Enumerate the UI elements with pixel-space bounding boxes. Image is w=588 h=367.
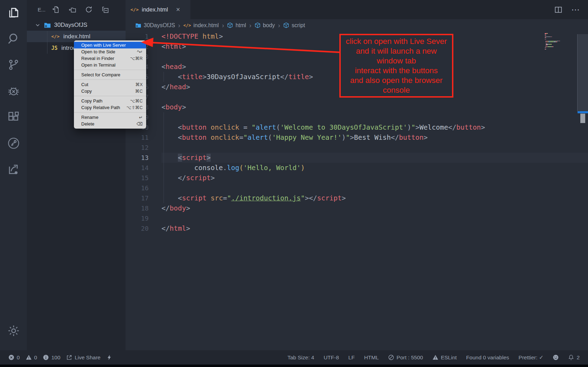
code-text: <title>30DaysOfJavaScript</title> [161,73,313,81]
code-line-13: 13 <script> [126,153,588,163]
menu-item-cut[interactable]: Cut⌘X [74,81,146,88]
js-file-icon: JS [51,45,58,51]
cube-icon [227,22,233,28]
status-label: Live Share [75,354,100,361]
menu-item-rename[interactable]: Rename↵ [74,114,146,121]
status-label: LF [348,354,355,361]
status-eslint[interactable]: ESLint [432,354,457,361]
close-icon[interactable]: × [176,6,180,14]
code-line-15: 15 </script> [126,173,588,183]
folder-icon [135,22,141,28]
menu-item-label: Open in Terminal [81,62,115,68]
activity-settings[interactable] [6,323,21,338]
status-live-reload[interactable] [106,354,112,360]
status-found-variables[interactable]: Found 0 variables [466,354,509,361]
code-text: <script> [161,154,211,162]
code-line-19: 19 [126,213,588,223]
menu-item-copy-path[interactable]: Copy Path⌥⌘C [74,98,146,104]
chevron-right-icon: › [249,22,251,29]
menu-item-reveal-in-finder[interactable]: Reveal in Finder⌥⌘R [74,55,146,62]
menu-item-label: Cut [81,82,88,87]
activity-explorer[interactable] [6,5,21,20]
live-share-icon [7,137,20,150]
code-text: </script> [161,174,215,182]
activity-bar-bottom [6,323,21,349]
menu-item-label: Open with Live Server [81,43,126,48]
menu-item-open-in-terminal[interactable]: Open in Terminal [74,62,146,68]
code-line-11: 11 <button onclick="alert('Happy New Yea… [126,132,588,143]
status-notifications[interactable]: 2 [568,354,580,361]
more-actions-icon[interactable]: ⋯ [571,5,580,15]
activity-bar-items [6,5,21,188]
breadcrumb-html[interactable]: html [227,22,246,29]
breadcrumb-script[interactable]: script [283,22,305,29]
code-line-16: 16 [126,183,588,193]
activity-share[interactable] [6,162,21,177]
status-tab-size[interactable]: Tab Size: 4 [287,354,314,361]
annotation-line: interact with the buttons [355,66,438,76]
activity-run-debug[interactable] [6,83,21,99]
chevron-right-icon: › [178,22,180,29]
status-prettier[interactable]: Prettier: ✓ [519,354,544,361]
indent-guide [164,112,164,203]
code-line-12: 12 [126,143,588,153]
tree-folder-30DaysOfJS[interactable]: 30DaysOfJS [27,19,126,31]
status-label: Found 0 variables [466,354,509,361]
menu-item-select-for-compare[interactable]: Select for Compare [74,71,146,78]
cube-icon [283,22,289,28]
menu-item-shortcut: ⌥⇧⌘C [127,105,143,110]
scrollbar-thumb[interactable] [580,114,585,123]
status-errors[interactable]: 0 [8,354,20,361]
activity-search[interactable] [6,31,21,46]
annotation-box: click on open with Live Severand it will… [339,34,453,98]
breadcrumb-body[interactable]: body [255,22,275,29]
tab-index-html[interactable]: </> index.html × [126,0,190,19]
minimap[interactable] [545,33,575,50]
smiley-icon [553,354,559,360]
lightning-icon [106,354,112,360]
chevron-right-icon: › [278,22,280,29]
activity-live-share[interactable] [6,136,21,151]
explorer-title: E... [38,7,46,13]
line-number: 15 [126,174,149,182]
search-icon [7,32,20,45]
tree-item-label: 30DaysOfJS [54,22,87,29]
status-language-mode[interactable]: HTML [364,354,379,361]
breadcrumb-index.html[interactable]: </>index.html [183,22,219,29]
breadcrumb-30DaysOfJS[interactable]: 30DaysOfJS [135,22,175,29]
extensions-icon [7,110,20,124]
line-number: 20 [126,225,149,232]
activity-source-control[interactable] [6,57,21,72]
status-live-share[interactable]: Live Share [66,354,100,361]
status-label: HTML [364,354,379,361]
status-encoding[interactable]: UTF-8 [324,354,339,361]
minimap-slider[interactable] [577,34,588,111]
activity-extensions[interactable] [6,109,21,125]
annotation-line: and it will launch a new [356,46,437,56]
menu-item-open-with-live-server[interactable]: Open with Live Server [74,42,146,48]
menu-item-shortcut: ⌘X [135,82,143,87]
code-text: <body> [161,103,186,111]
collapse-all-icon[interactable] [101,6,109,13]
menu-item-open-to-the-side[interactable]: Open to the Side^↵ [74,48,146,55]
status-live-server-port[interactable]: Port : 5500 [388,354,423,361]
line-number: 14 [126,164,149,171]
status-infos[interactable]: 100 [43,354,60,361]
refresh-icon[interactable] [85,6,92,13]
menu-item-copy-relative-path[interactable]: Copy Relative Path⌥⇧⌘C [74,104,146,111]
share-arrow-icon [7,163,20,176]
status-eol[interactable]: LF [348,354,355,361]
menu-item-copy[interactable]: Copy⌘C [74,88,146,94]
line-number: 12 [126,144,149,151]
status-warnings[interactable]: 0 [26,354,37,361]
files-icon [7,6,20,19]
error-icon [8,354,14,360]
new-file-icon[interactable] [52,6,60,13]
menu-item-label: Copy Path [81,98,103,104]
gear-icon [7,324,20,337]
menu-item-shortcut: ⌫ [136,121,143,127]
new-folder-icon[interactable] [69,6,76,13]
split-editor-icon[interactable] [555,6,562,14]
menu-item-delete[interactable]: Delete⌫ [74,121,146,127]
status-feedback[interactable] [553,354,559,360]
